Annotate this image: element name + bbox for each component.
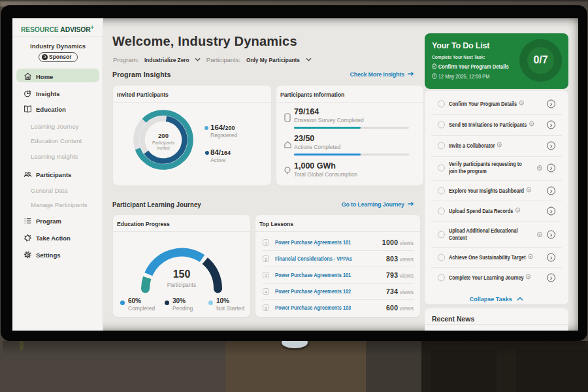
- svg-text:200: 200: [158, 132, 169, 139]
- svg-text:Invited: Invited: [157, 146, 170, 150]
- svg-text:Participants: Participants: [167, 282, 196, 288]
- svg-text:150: 150: [173, 269, 191, 280]
- svg-text:Participants: Participants: [152, 140, 175, 146]
